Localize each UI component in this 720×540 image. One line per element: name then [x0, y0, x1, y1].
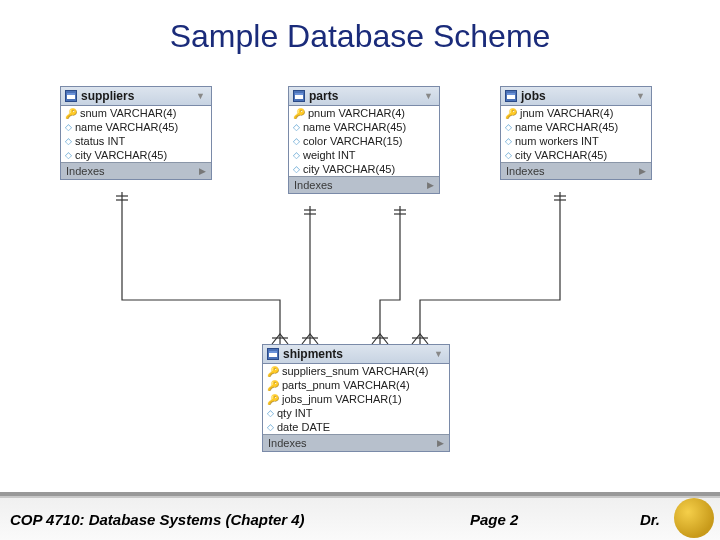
column-row: ◇name VARCHAR(45)	[289, 120, 439, 134]
table-name: parts	[309, 89, 338, 103]
key-icon: 🔑	[293, 108, 305, 119]
diamond-icon: ◇	[267, 408, 274, 418]
slide-title: Sample Database Scheme	[0, 0, 720, 63]
key-icon: 🔑	[267, 366, 279, 377]
column-row: 🔑snum VARCHAR(4)	[61, 106, 211, 120]
column-row: ◇date DATE	[263, 420, 449, 434]
column-row: ◇num workers INT	[501, 134, 651, 148]
footer-course: COP 4710: Database Systems (Chapter 4)	[10, 511, 305, 528]
column-row: ◇weight INT	[289, 148, 439, 162]
table-shipments-header: shipments ▼	[263, 345, 449, 364]
table-icon	[65, 90, 77, 102]
table-icon	[267, 348, 279, 360]
diamond-icon: ◇	[293, 122, 300, 132]
key-icon: 🔑	[267, 394, 279, 405]
column-row: ◇name VARCHAR(45)	[501, 120, 651, 134]
diamond-icon: ◇	[505, 122, 512, 132]
column-row: 🔑suppliers_snum VARCHAR(4)	[263, 364, 449, 378]
indexes-row: Indexes▶	[289, 176, 439, 193]
table-name: jobs	[521, 89, 546, 103]
diamond-icon: ◇	[65, 150, 72, 160]
indexes-row: Indexes▶	[61, 162, 211, 179]
indexes-row: Indexes▶	[501, 162, 651, 179]
expand-icon: ▶	[199, 166, 206, 176]
diamond-icon: ◇	[267, 422, 274, 432]
table-jobs-header: jobs ▼	[501, 87, 651, 106]
footer-author: Dr.	[640, 511, 660, 528]
key-icon: 🔑	[65, 108, 77, 119]
collapse-icon: ▼	[434, 349, 443, 359]
indexes-row: Indexes▶	[263, 434, 449, 451]
collapse-icon: ▼	[424, 91, 433, 101]
expand-icon: ▶	[427, 180, 434, 190]
footer-bar: COP 4710: Database Systems (Chapter 4) P…	[0, 496, 720, 540]
column-row: 🔑jobs_jnum VARCHAR(1)	[263, 392, 449, 406]
column-row: ◇city VARCHAR(45)	[61, 148, 211, 162]
table-name: shipments	[283, 347, 343, 361]
table-suppliers-header: suppliers ▼	[61, 87, 211, 106]
diamond-icon: ◇	[293, 136, 300, 146]
diamond-icon: ◇	[505, 136, 512, 146]
table-icon	[505, 90, 517, 102]
diamond-icon: ◇	[293, 164, 300, 174]
column-row: 🔑pnum VARCHAR(4)	[289, 106, 439, 120]
diamond-icon: ◇	[505, 150, 512, 160]
table-suppliers: suppliers ▼ 🔑snum VARCHAR(4) ◇name VARCH…	[60, 86, 212, 180]
collapse-icon: ▼	[636, 91, 645, 101]
collapse-icon: ▼	[196, 91, 205, 101]
diamond-icon: ◇	[293, 150, 300, 160]
expand-icon: ▶	[437, 438, 444, 448]
column-row: ◇status INT	[61, 134, 211, 148]
table-shipments: shipments ▼ 🔑suppliers_snum VARCHAR(4) 🔑…	[262, 344, 450, 452]
expand-icon: ▶	[639, 166, 646, 176]
column-row: 🔑parts_pnum VARCHAR(4)	[263, 378, 449, 392]
column-row: ◇city VARCHAR(45)	[289, 162, 439, 176]
key-icon: 🔑	[505, 108, 517, 119]
table-parts-header: parts ▼	[289, 87, 439, 106]
table-parts: parts ▼ 🔑pnum VARCHAR(4) ◇name VARCHAR(4…	[288, 86, 440, 194]
table-jobs: jobs ▼ 🔑jnum VARCHAR(4) ◇name VARCHAR(45…	[500, 86, 652, 180]
table-name: suppliers	[81, 89, 134, 103]
ucf-logo-icon	[674, 498, 714, 538]
table-icon	[293, 90, 305, 102]
diamond-icon: ◇	[65, 122, 72, 132]
key-icon: 🔑	[267, 380, 279, 391]
column-row: 🔑jnum VARCHAR(4)	[501, 106, 651, 120]
relationship-connectors	[0, 0, 720, 540]
diamond-icon: ◇	[65, 136, 72, 146]
column-row: ◇color VARCHAR(15)	[289, 134, 439, 148]
footer-page: Page 2	[470, 511, 518, 528]
column-row: ◇qty INT	[263, 406, 449, 420]
column-row: ◇name VARCHAR(45)	[61, 120, 211, 134]
column-row: ◇city VARCHAR(45)	[501, 148, 651, 162]
